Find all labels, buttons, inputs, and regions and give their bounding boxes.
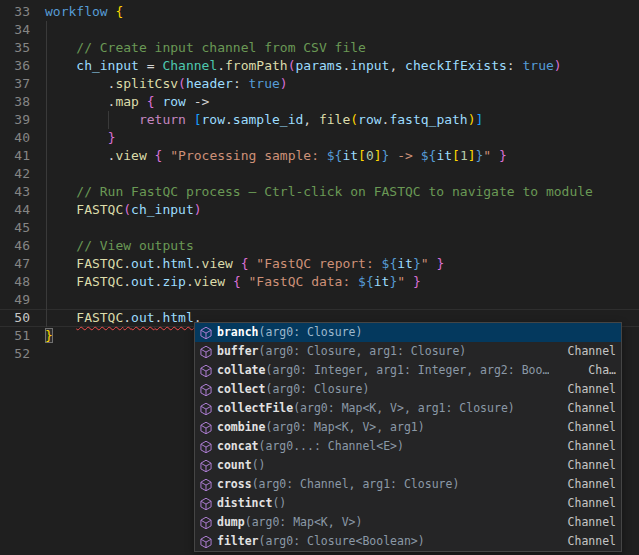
suggest-item-label: concat <box>217 437 259 456</box>
line-number[interactable]: 38 <box>0 93 30 111</box>
suggest-item-return-type: Channel <box>568 532 616 551</box>
suggest-item-buffer[interactable]: buffer(arg0: Closure, arg1: Closure)Chan… <box>195 342 621 361</box>
suggest-item-return-type: Channel <box>568 418 616 437</box>
suggest-item-concat[interactable]: concat(arg0...: Channel<E>)Channel <box>195 437 621 456</box>
suggest-item-return-type: Channel <box>568 399 616 418</box>
suggest-item-collectFile[interactable]: collectFile(arg0: Map<K, V>, arg1: Closu… <box>195 399 621 418</box>
method-icon <box>199 459 213 473</box>
suggest-item-collect[interactable]: collect(arg0: Closure)Channel <box>195 380 621 399</box>
code-line[interactable]: // Create input channel from CSV file <box>45 39 639 57</box>
code-lines: workflow { // Create input channel from … <box>45 3 639 363</box>
autocomplete-dropdown: branch(arg0: Closure) buffer(arg0: Closu… <box>194 322 622 552</box>
code-line[interactable] <box>45 165 639 183</box>
code-line[interactable] <box>45 291 639 309</box>
suggest-item-return-type: Channel <box>568 513 616 532</box>
line-number[interactable]: 39 <box>0 111 30 129</box>
suggest-item-label: count <box>217 456 252 475</box>
line-number[interactable]: 37 <box>0 75 30 93</box>
line-number[interactable]: 44 <box>0 201 30 219</box>
suggest-item-signature: (arg0: Map<K, V>, arg1) <box>265 418 424 437</box>
line-number[interactable]: 51 <box>0 327 30 345</box>
code-line[interactable] <box>45 219 639 237</box>
suggest-item-dump[interactable]: dump(arg0: Map<K, V>)Channel <box>195 513 621 532</box>
suggest-item-label: combine <box>217 418 265 437</box>
code-editor: 3334353637383940414243444546474849505152… <box>0 0 639 555</box>
line-number[interactable]: 45 <box>0 219 30 237</box>
suggest-item-label: cross <box>217 475 252 494</box>
code-line[interactable]: ch_input = Channel.fromPath(params.input… <box>45 57 639 75</box>
suggest-item-label: filter <box>217 532 259 551</box>
suggest-item-return-type: Channel <box>568 380 616 399</box>
suggest-item-signature: (arg0: Map<K, V>) <box>245 513 363 532</box>
suggest-item-return-type: Channel <box>568 494 616 513</box>
suggest-item-count[interactable]: count()Channel <box>195 456 621 475</box>
suggest-item-label: collate <box>217 361 265 380</box>
suggest-item-label: branch <box>217 323 259 342</box>
suggest-item-distinct[interactable]: distinct()Channel <box>195 494 621 513</box>
line-number[interactable]: 43 <box>0 183 30 201</box>
code-line[interactable]: FASTQC.out.html.view { "FastQC report: $… <box>45 255 639 273</box>
suggest-item-signature: (arg0: Closure, arg1: Closure) <box>259 342 467 361</box>
code-line[interactable]: .map { row -> <box>45 93 639 111</box>
line-number[interactable]: 34 <box>0 21 30 39</box>
line-number[interactable]: 46 <box>0 237 30 255</box>
code-line[interactable]: // View outputs <box>45 237 639 255</box>
suggest-item-return-type: Channel <box>568 475 616 494</box>
line-number[interactable]: 47 <box>0 255 30 273</box>
line-number[interactable]: 36 <box>0 57 30 75</box>
suggest-item-label: collectFile <box>217 399 293 418</box>
suggest-item-label: buffer <box>217 342 259 361</box>
suggest-item-return-type: Channel <box>568 437 616 456</box>
method-icon <box>199 364 213 378</box>
line-numbers: 3334353637383940414243444546474849505152 <box>0 3 30 363</box>
method-icon <box>199 421 213 435</box>
suggest-item-label: collect <box>217 380 265 399</box>
suggest-item-signature: (arg0: Closure<Boolean>) <box>259 532 425 551</box>
method-icon <box>199 478 213 492</box>
line-number[interactable]: 41 <box>0 147 30 165</box>
method-icon <box>199 535 213 549</box>
method-icon <box>199 516 213 530</box>
line-number[interactable]: 33 <box>0 3 30 21</box>
line-number[interactable]: 50 <box>0 309 30 327</box>
suggest-item-signature: (arg0...: Channel<E>) <box>259 437 404 456</box>
suggest-item-signature: (arg0: Map<K, V>, arg1: Closure) <box>293 399 515 418</box>
code-line[interactable]: FASTQC(ch_input) <box>45 201 639 219</box>
code-line[interactable]: workflow { <box>45 3 639 21</box>
line-number[interactable]: 35 <box>0 39 30 57</box>
method-icon <box>199 326 213 340</box>
line-number[interactable]: 40 <box>0 129 30 147</box>
suggest-list: branch(arg0: Closure) buffer(arg0: Closu… <box>195 323 621 551</box>
method-icon <box>199 402 213 416</box>
code-line[interactable]: return [row.sample_id, file(row.fastq_pa… <box>45 111 639 129</box>
suggest-item-filter[interactable]: filter(arg0: Closure<Boolean>)Channel <box>195 532 621 551</box>
code-line[interactable]: } <box>45 129 639 147</box>
method-icon <box>199 497 213 511</box>
suggest-item-branch[interactable]: branch(arg0: Closure) <box>195 323 621 342</box>
method-icon <box>199 383 213 397</box>
suggest-item-signature: (arg0: Closure) <box>265 380 369 399</box>
line-number[interactable]: 52 <box>0 345 30 363</box>
suggest-item-return-type: Cha… <box>588 361 616 380</box>
method-icon <box>199 440 213 454</box>
code-line[interactable]: .view { "Processing sample: ${it[0]} -> … <box>45 147 639 165</box>
line-number[interactable]: 42 <box>0 165 30 183</box>
suggest-item-signature: (arg0: Channel, arg1: Closure) <box>252 475 460 494</box>
suggest-item-label: dump <box>217 513 245 532</box>
suggest-item-collate[interactable]: collate(arg0: Integer, arg1: Integer, ar… <box>195 361 621 380</box>
code-line[interactable]: FASTQC.out.zip.view { "FastQC data: ${it… <box>45 273 639 291</box>
suggest-item-signature: (arg0: Closure) <box>259 323 363 342</box>
suggest-item-signature: () <box>252 456 266 475</box>
code-line[interactable]: .splitCsv(header: true) <box>45 75 639 93</box>
suggest-item-signature: (arg0: Integer, arg1: Integer, arg2: Boo… <box>265 361 549 380</box>
suggest-item-cross[interactable]: cross(arg0: Channel, arg1: Closure)Chann… <box>195 475 621 494</box>
suggest-item-combine[interactable]: combine(arg0: Map<K, V>, arg1)Channel <box>195 418 621 437</box>
suggest-item-return-type: Channel <box>568 342 616 361</box>
method-icon <box>199 345 213 359</box>
suggest-item-signature: () <box>272 494 286 513</box>
line-number[interactable]: 48 <box>0 273 30 291</box>
suggest-item-label: distinct <box>217 494 272 513</box>
line-number[interactable]: 49 <box>0 291 30 309</box>
code-line[interactable] <box>45 21 639 39</box>
code-line[interactable]: // Run FastQC process — Ctrl-click on FA… <box>45 183 639 201</box>
